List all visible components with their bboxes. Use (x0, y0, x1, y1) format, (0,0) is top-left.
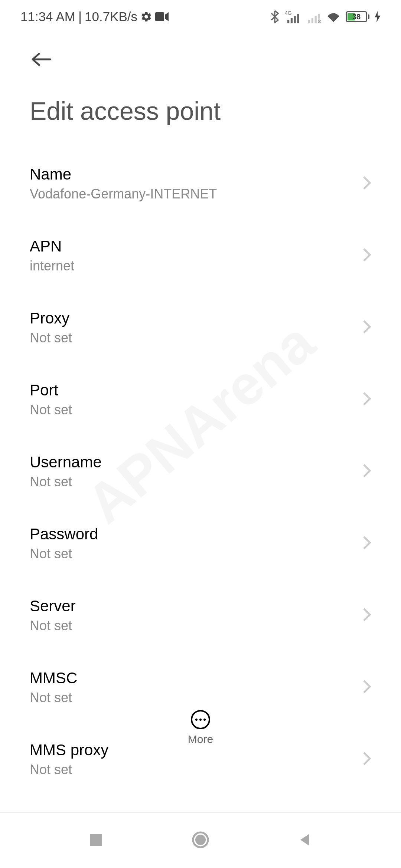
video-camera-icon (155, 12, 169, 22)
settings-label: Port (30, 381, 362, 399)
settings-label: Password (30, 525, 362, 543)
battery-indicator: 38 (346, 11, 369, 22)
svg-text:✕: ✕ (317, 19, 322, 24)
settings-label: Name (30, 165, 362, 183)
navigation-bar (0, 812, 401, 868)
header: Edit access point (0, 33, 401, 148)
more-icon (191, 710, 210, 729)
status-bar: 11:34 AM | 10.7KB/s 4G (0, 0, 401, 33)
status-left: 11:34 AM | 10.7KB/s (20, 9, 169, 24)
back-button[interactable] (30, 52, 52, 74)
more-label: More (188, 733, 213, 746)
settings-value: Not set (30, 474, 362, 490)
settings-item-apn[interactable]: APN internet (30, 220, 371, 292)
battery-percent: 38 (347, 13, 366, 21)
status-separator: | (78, 9, 82, 24)
chevron-right-icon (362, 607, 371, 624)
nav-home-button[interactable] (192, 831, 209, 850)
svg-point-13 (195, 835, 206, 845)
bottom-action-bar: More (0, 710, 401, 746)
chevron-right-icon (362, 535, 371, 552)
settings-label: Username (30, 453, 362, 471)
status-data-rate: 10.7KB/s (85, 9, 137, 24)
nav-back-button[interactable] (297, 832, 312, 849)
settings-item-name[interactable]: Name Vodafone-Germany-INTERNET (30, 148, 371, 220)
chevron-right-icon (362, 319, 371, 336)
signal-4g-icon: 4G (285, 10, 300, 23)
settings-value: Not set (30, 546, 362, 562)
bluetooth-icon (270, 10, 280, 23)
svg-rect-4 (294, 16, 296, 23)
settings-label: Server (30, 597, 362, 615)
settings-value: Not set (30, 402, 362, 418)
settings-label: APN (30, 237, 362, 255)
svg-rect-3 (291, 18, 293, 23)
settings-value: Not set (30, 618, 362, 634)
chevron-right-icon (362, 751, 371, 767)
status-time: 11:34 AM (20, 9, 75, 24)
wifi-icon (326, 11, 340, 23)
settings-value: Not set (30, 330, 362, 346)
chevron-right-icon (362, 175, 371, 192)
settings-list: Name Vodafone-Germany-INTERNET APN inter… (0, 148, 401, 795)
chevron-right-icon (362, 463, 371, 480)
svg-rect-7 (312, 18, 313, 23)
chevron-right-icon (362, 679, 371, 696)
settings-value: Not set (30, 762, 362, 777)
settings-item-proxy[interactable]: Proxy Not set (30, 292, 371, 364)
page-title: Edit access point (30, 96, 371, 125)
settings-label: MMSC (30, 669, 362, 687)
settings-value: internet (30, 258, 362, 274)
charging-icon (375, 11, 381, 22)
status-right: 4G ✕ 38 (270, 10, 381, 23)
chevron-right-icon (362, 247, 371, 264)
settings-gear-icon (140, 11, 152, 23)
more-button[interactable]: More (188, 710, 213, 746)
svg-rect-8 (315, 16, 317, 23)
svg-rect-5 (297, 14, 299, 23)
signal-no-sim-icon: ✕ (306, 10, 321, 23)
settings-value: Vodafone-Germany-INTERNET (30, 186, 362, 202)
svg-rect-2 (287, 20, 289, 23)
svg-rect-6 (308, 20, 310, 23)
settings-label: Proxy (30, 309, 362, 327)
chevron-right-icon (362, 391, 371, 408)
settings-item-username[interactable]: Username Not set (30, 435, 371, 507)
settings-item-server[interactable]: Server Not set (30, 579, 371, 651)
svg-text:4G: 4G (285, 10, 292, 16)
settings-item-port[interactable]: Port Not set (30, 364, 371, 435)
nav-recent-button[interactable] (89, 832, 104, 849)
settings-item-password[interactable]: Password Not set (30, 507, 371, 579)
settings-value: Not set (30, 690, 362, 706)
svg-rect-0 (155, 12, 164, 21)
svg-rect-11 (90, 834, 102, 846)
